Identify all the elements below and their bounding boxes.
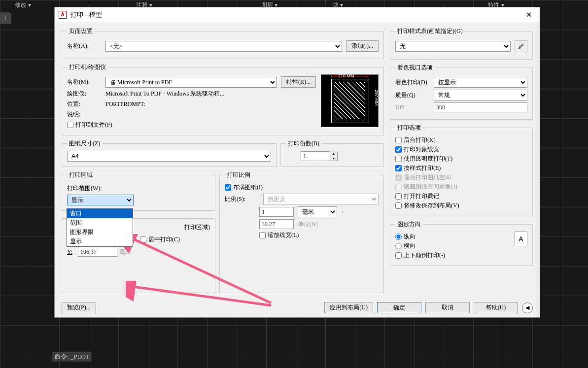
command-line: 命令: _PLOT xyxy=(52,352,92,362)
help-button[interactable]: 帮助(H) xyxy=(474,302,518,313)
ribbon-add-tab[interactable]: + xyxy=(0,12,11,24)
page-name-select[interactable]: <无> xyxy=(105,41,342,52)
orientation-legend: 图形方向 xyxy=(395,220,423,229)
plot-area-legend: 打印区域 xyxy=(67,171,95,179)
preview-button[interactable]: 预览(P)... xyxy=(62,302,96,313)
plot-what-label: 打印范围(W): xyxy=(67,184,210,193)
plot-options-legend: 打印选项 xyxy=(395,124,423,132)
opt-display[interactable]: 显示 xyxy=(67,237,133,246)
center-plot-check[interactable]: 居中打印(C) xyxy=(140,235,180,244)
orient-portrait[interactable]: 纵向 xyxy=(395,233,515,241)
scale-num-input[interactable] xyxy=(259,207,294,217)
scale-select: 自定义 xyxy=(263,194,379,204)
scale-unit2: 单位(N) xyxy=(298,220,318,229)
opt-lineweights[interactable]: 打印对象线宽 xyxy=(395,145,527,154)
plot-scale-group: 打印比例 布满图纸(I) 比例(S): 自定义 毫米 = 单位(N) xyxy=(219,171,384,293)
copies-input xyxy=(301,151,330,161)
shaded-legend: 着色视口选项 xyxy=(395,64,435,72)
dialog-footer: 预览(P)... 应用到布局(U) 确定 取消 帮助(H) ◀ xyxy=(55,298,540,317)
copies-legend: 打印份数(B) xyxy=(286,139,321,148)
apply-layout-button[interactable]: 应用到布局(U) xyxy=(324,302,373,313)
orientation-group: 图形方向 纵向 横向 上下颠倒打印(-) A xyxy=(390,220,533,266)
opt-extents[interactable]: 范围 xyxy=(67,218,133,228)
orientation-icon: A xyxy=(515,232,527,246)
page-name-label: 名称(A): xyxy=(67,42,102,50)
dpi-input xyxy=(434,102,527,112)
opt-transparency[interactable]: 使用透明度打印(T) xyxy=(395,155,527,163)
desc-label: 说明: xyxy=(67,110,102,119)
quality-select[interactable]: 常规 xyxy=(434,90,527,100)
opt-styles[interactable]: 按样式打印(E) xyxy=(395,164,527,172)
plot-what-dropdown[interactable]: 窗口 范围 图形界限 显示 xyxy=(67,208,133,247)
paper-size-select[interactable]: A4 xyxy=(67,151,271,162)
dialog-title: 打印 - 模型 xyxy=(70,10,522,19)
shade-plot-select[interactable]: 按显示 xyxy=(434,77,527,88)
scale-lineweights-check[interactable]: 缩放线宽(L) xyxy=(259,231,379,239)
spin-up-icon: ▲ xyxy=(330,151,337,156)
dpi-label: DPI xyxy=(395,104,430,111)
printer-properties-button[interactable]: 特性(R)... xyxy=(281,76,316,88)
where-label: 位置: xyxy=(67,100,102,108)
collapse-button[interactable]: ◀ xyxy=(522,302,533,313)
page-setup-group: 页面设置 名称(A): <无> 添加(.)... xyxy=(62,27,384,59)
scale-label: 比例(S): xyxy=(225,195,259,203)
plotter-label: 绘图仪: xyxy=(67,90,102,98)
fit-to-paper-check[interactable]: 布满图纸(I) xyxy=(225,183,379,192)
printer-name-label: 名称(M): xyxy=(67,78,102,86)
plot-style-edit-button[interactable]: 🖉 xyxy=(515,40,527,52)
close-button[interactable]: ✕ xyxy=(522,10,536,19)
orient-upside[interactable]: 上下颠倒打印(-) xyxy=(395,251,515,260)
opt-limits[interactable]: 图形界限 xyxy=(67,228,133,237)
plot-area-group: 打印区域 打印范围(W): 显示 xyxy=(62,171,215,211)
offset-y-label: Y: xyxy=(67,248,76,256)
opt-save-changes[interactable]: 将修改保存到布局(V) xyxy=(395,201,527,210)
paper-size-group: 图纸尺寸(Z) A4 xyxy=(62,139,277,167)
add-page-button[interactable]: 添加(.)... xyxy=(346,40,379,52)
paper-height-text: 297 MM xyxy=(374,90,379,106)
printer-legend: 打印机/绘图仪 xyxy=(67,63,108,71)
plot-style-legend: 打印样式表(画笔指定)(G) xyxy=(395,27,465,35)
where-value: PORTPROMPT: xyxy=(105,100,145,108)
panel-title-modify: 修改 ▾ xyxy=(15,1,31,9)
opt-paperspace-last: 最后打印图纸空间 xyxy=(395,173,527,182)
ok-button[interactable]: 确定 xyxy=(377,302,421,313)
opt-stamp[interactable]: 打开打印戳记 xyxy=(395,192,527,201)
opt-background[interactable]: 后台打印(K) xyxy=(395,136,527,144)
page-setup-legend: 页面设置 xyxy=(67,27,95,35)
opt-window[interactable]: 窗口 xyxy=(67,209,133,218)
opt-hide-paperspace: 隐藏图纸空间对象(J) xyxy=(395,183,527,191)
scale-den-input xyxy=(259,219,294,229)
plot-style-select[interactable]: 无 xyxy=(395,41,511,52)
offset-y-input[interactable] xyxy=(78,247,117,257)
printer-name-select[interactable]: 🖨 Microsoft Print to PDF xyxy=(105,77,277,88)
shaded-viewport-group: 着色视口选项 着色打印(D)按显示 质量(Q)常规 DPI xyxy=(390,64,533,120)
spin-down-icon: ▼ xyxy=(330,156,337,161)
app-logo-icon: A xyxy=(59,11,67,19)
orient-landscape[interactable]: 横向 xyxy=(395,242,515,250)
copies-spinner[interactable]: ▲▼ xyxy=(301,151,379,161)
cancel-button[interactable]: 取消 xyxy=(425,302,470,313)
shade-plot-label: 着色打印(D) xyxy=(395,78,430,87)
offset-unit2: 毫米 xyxy=(119,248,131,256)
plotter-value: Microsoft Print To PDF - Windows 系统驱动程..… xyxy=(105,90,224,98)
quality-label: 质量(Q) xyxy=(395,91,430,100)
plot-scale-legend: 打印比例 xyxy=(225,171,252,179)
printer-group: 打印机/绘图仪 名称(M): 🖨 Microsoft Print to PDF … xyxy=(62,63,384,135)
copies-group: 打印份数(B) ▲▼ xyxy=(280,139,384,167)
plot-style-group: 打印样式表(画笔指定)(G) 无 🖉 xyxy=(390,27,533,60)
paper-size-legend: 图纸尺寸(Z) xyxy=(67,139,102,148)
scale-unit-select[interactable]: 毫米 xyxy=(298,206,337,217)
paper-width-text: 210 MM xyxy=(338,73,354,78)
paper-preview: 210 MM 297 MM xyxy=(321,74,379,127)
plot-options-group: 打印选项 后台打印(K) 打印对象线宽 使用透明度打印(T) 按样式打印(E) … xyxy=(390,124,533,216)
plot-to-file-check[interactable]: 打印到文件(F) xyxy=(67,121,316,129)
titlebar: A 打印 - 模型 ✕ xyxy=(55,7,540,22)
plot-dialog: A 打印 - 模型 ✕ 页面设置 名称(A): <无> 添加(.)... 打印机… xyxy=(54,7,540,318)
equals-icon: = xyxy=(341,208,345,216)
plot-what-select[interactable]: 显示 xyxy=(67,195,134,205)
